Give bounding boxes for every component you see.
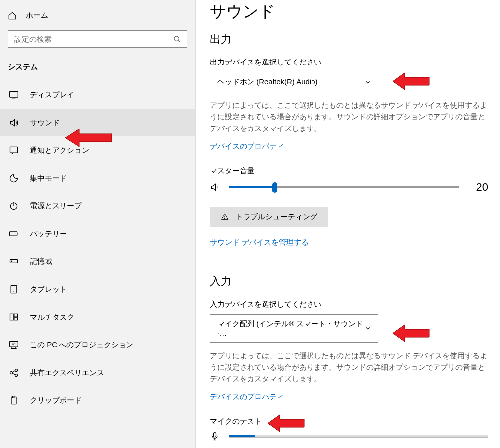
manage-devices-link[interactable]: サウンド デバイスを管理する: [210, 238, 309, 247]
input-device-value: マイク配列 (インテル® スマート・サウンド·…: [217, 320, 364, 337]
projection-icon: [9, 340, 19, 350]
nav-label: マルチタスク: [30, 313, 74, 322]
nav-focus[interactable]: 集中モード: [0, 164, 195, 192]
power-icon: [9, 201, 19, 211]
nav-storage[interactable]: 記憶域: [0, 248, 195, 275]
home-link[interactable]: ホーム: [0, 6, 195, 25]
svg-point-17: [10, 372, 13, 374]
slider-fill: [229, 186, 275, 188]
svg-line-1: [178, 40, 180, 42]
nav-projection[interactable]: この PC へのプロジェクション: [0, 331, 195, 359]
nav-sound[interactable]: サウンド: [0, 109, 195, 136]
nav-label: 共有エクスペリエンス: [30, 368, 104, 378]
tablet-icon: [9, 284, 19, 294]
search-input[interactable]: [14, 35, 173, 43]
svg-rect-4: [10, 147, 18, 153]
nav-battery[interactable]: バッテリー: [0, 220, 195, 248]
clipboard-icon: [9, 395, 19, 405]
nav-label: 電源とスリープ: [30, 201, 82, 211]
notification-icon: [9, 145, 19, 155]
home-label: ホーム: [26, 11, 48, 20]
input-device-label: 入力デバイスを選択してください: [210, 300, 488, 309]
battery-icon: [9, 229, 19, 239]
troubleshoot-button[interactable]: トラブルシューティング: [210, 207, 328, 227]
nav-label: サウンド: [30, 118, 60, 128]
nav-power[interactable]: 電源とスリープ: [0, 192, 195, 220]
mic-test-label: マイクのテスト: [210, 417, 488, 426]
nav-label: 通知とアクション: [30, 146, 89, 155]
nav-shared[interactable]: 共有エクスペリエンス: [0, 359, 195, 386]
chevron-down-icon: [364, 79, 371, 86]
sound-icon: [9, 118, 19, 128]
warning-icon: [221, 213, 229, 221]
svg-line-20: [13, 371, 15, 372]
focus-icon: [9, 173, 19, 183]
main-content: サウンド 出力 出力デバイスを選択してください ヘッドホン (Realtek(R…: [196, 0, 500, 448]
input-properties-link[interactable]: デバイスのプロパティ: [210, 392, 284, 402]
svg-rect-14: [14, 314, 18, 317]
svg-rect-2: [10, 91, 18, 97]
display-icon: [9, 90, 19, 100]
nav-notifications[interactable]: 通知とアクション: [0, 136, 195, 164]
input-device-dropdown[interactable]: マイク配列 (インテル® スマート・サウンド·…: [210, 314, 378, 343]
output-device-label: 出力デバイスを選択してください: [210, 58, 488, 67]
svg-rect-16: [10, 341, 18, 347]
output-device-value: ヘッドホン (Realtek(R) Audio): [217, 77, 318, 87]
settings-search[interactable]: [8, 30, 188, 48]
slider-thumb[interactable]: [272, 182, 277, 193]
microphone-icon: [210, 431, 220, 441]
nav-display[interactable]: ディスプレイ: [0, 81, 195, 109]
nav-label: 集中モード: [30, 174, 67, 183]
svg-point-0: [174, 36, 179, 41]
volume-value: 20: [468, 181, 488, 193]
svg-line-21: [13, 373, 15, 375]
output-heading: 出力: [210, 32, 488, 47]
input-heading: 入力: [210, 274, 488, 289]
nav-label: タブレット: [30, 285, 67, 294]
input-desc: アプリによっては、ここで選択したものとは異なるサウンド デバイスを使用するように…: [210, 350, 488, 384]
page-title: サウンド: [210, 1, 488, 23]
nav-label: この PC へのプロジェクション: [30, 340, 133, 350]
category-label: システム: [0, 58, 195, 81]
chevron-down-icon: [364, 325, 371, 332]
share-icon: [9, 368, 19, 378]
home-icon: [8, 11, 17, 20]
svg-point-25: [224, 218, 225, 219]
mic-level-bar: [229, 435, 488, 438]
multitask-icon: [9, 312, 19, 322]
svg-rect-13: [10, 314, 14, 320]
nav-label: ディスプレイ: [30, 90, 74, 100]
troubleshoot-label: トラブルシューティング: [236, 212, 317, 222]
nav-clipboard[interactable]: クリップボード: [0, 386, 195, 414]
search-icon: [173, 35, 181, 43]
mic-level-fill: [229, 435, 255, 437]
nav-label: 記憶域: [30, 257, 52, 266]
settings-sidebar: ホーム システム ディスプレイ サウンド 通知とアクション 集中モード 電源とス…: [0, 0, 196, 448]
nav-label: クリップボード: [30, 396, 82, 405]
svg-point-18: [15, 369, 18, 372]
output-desc: アプリによっては、ここで選択したものとは異なるサウンド デバイスを使用するように…: [210, 99, 488, 134]
nav-tablet[interactable]: タブレット: [0, 275, 195, 303]
storage-icon: [9, 256, 19, 266]
svg-rect-7: [10, 232, 17, 236]
output-device-dropdown[interactable]: ヘッドホン (Realtek(R) Audio): [210, 72, 378, 92]
output-properties-link[interactable]: デバイスのプロパティ: [210, 142, 284, 151]
nav-multitask[interactable]: マルチタスク: [0, 303, 195, 331]
volume-icon: [210, 182, 220, 192]
svg-rect-15: [14, 318, 18, 320]
master-volume-label: マスター音量: [210, 166, 488, 176]
volume-slider[interactable]: [229, 186, 459, 188]
svg-rect-26: [214, 432, 216, 437]
nav-label: バッテリー: [30, 229, 67, 239]
svg-point-19: [15, 374, 18, 377]
svg-point-10: [11, 261, 12, 262]
